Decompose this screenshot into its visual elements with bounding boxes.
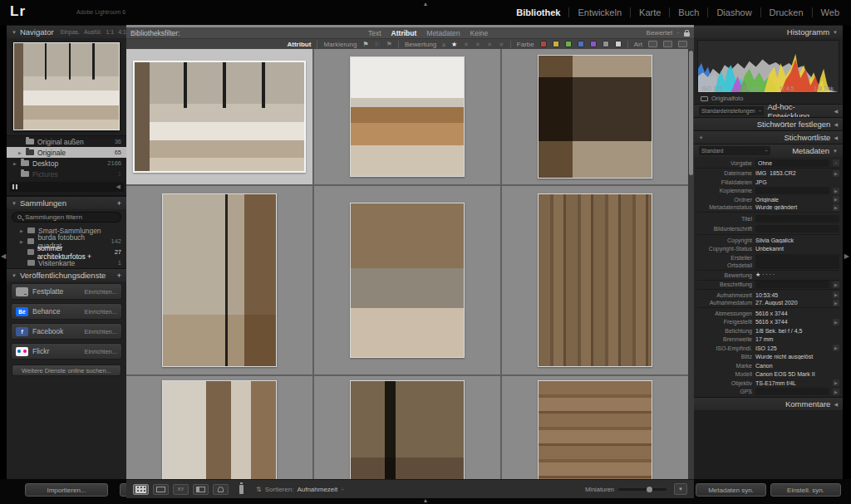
import-button[interactable]: Importieren...	[25, 483, 108, 497]
grid-cell[interactable]	[502, 186, 688, 374]
metadata-value[interactable]: Wurde geändert	[755, 204, 829, 210]
grid-cell-selected[interactable]	[126, 49, 312, 184]
scrollbar-thumb[interactable]	[689, 51, 693, 175]
comments-header[interactable]: Kommentare ◀	[694, 397, 843, 410]
service-setup-link[interactable]: Einrichten...	[84, 308, 117, 316]
action-arrow-icon[interactable]: ▶	[833, 291, 839, 298]
disclosure-triangle-icon[interactable]: ◀	[834, 401, 838, 407]
color-swatch-green[interactable]	[565, 41, 572, 47]
sync-metadata-button[interactable]: Metadaten syn.	[696, 483, 766, 497]
rating-star-1-icon[interactable]: ★	[451, 41, 457, 48]
rating-star-2-icon[interactable]: ★	[463, 41, 469, 48]
metadata-input[interactable]	[755, 254, 839, 262]
disclosure-triangle-icon[interactable]: ◀	[834, 121, 838, 127]
photo-thumbnail[interactable]	[162, 193, 278, 367]
action-arrow-icon[interactable]: ▶	[833, 188, 839, 194]
disclosure-triangle-icon[interactable]: ▶	[20, 228, 24, 233]
dropdown-icon[interactable]: ÷	[341, 487, 344, 492]
color-swatch-red[interactable]	[540, 41, 547, 47]
module-karte[interactable]: Karte	[630, 7, 669, 17]
action-arrow-icon[interactable]: ▶	[833, 170, 839, 177]
disclosure-triangle-icon[interactable]: ▶	[18, 150, 22, 155]
sort-value-dropdown[interactable]: Aufnahmezeit	[297, 486, 337, 493]
rating-gte-icon[interactable]: ≥	[442, 42, 445, 47]
service-setup-link[interactable]: Einrichten...	[84, 288, 117, 296]
kind-master-icon[interactable]	[648, 41, 657, 47]
disclosure-triangle-icon[interactable]: ▼	[12, 273, 17, 278]
module-buch[interactable]: Buch	[669, 7, 707, 17]
collection-row-visitenkarte[interactable]: Visitenkarte 1	[7, 257, 126, 268]
filter-preset-dropdown-icon[interactable]: ÷	[676, 30, 680, 36]
navigator-header[interactable]: ▼ Navigator Einpas. Ausfül. 1:1 4:1 ▼	[7, 25, 126, 38]
metadata-preset-select[interactable]: Ohne	[755, 159, 829, 167]
filter-lock-icon[interactable]	[684, 32, 690, 37]
publish-services-header[interactable]: ▼ Veröffentlichungsdienste +	[7, 268, 126, 281]
metadata-input[interactable]	[755, 388, 829, 395]
dropdown-icon[interactable]: ÷	[833, 159, 839, 166]
photo-thumbnail[interactable]	[162, 380, 278, 479]
add-keyword-icon[interactable]: +	[699, 134, 703, 142]
metadata-input[interactable]	[755, 187, 829, 194]
rating-star-5-icon[interactable]: ★	[499, 41, 504, 48]
module-entwickeln[interactable]: Entwickeln	[568, 7, 630, 17]
add-publish-service-icon[interactable]: +	[116, 271, 121, 280]
quick-develop-header[interactable]: Standardeinstellungen ÷ Ad-hoc-Entwicklu…	[694, 104, 843, 117]
toolbar-options-dropdown[interactable]: ▼	[674, 483, 687, 495]
metadata-value[interactable]: 10:53:45	[755, 292, 829, 298]
action-arrow-icon[interactable]: ▶	[833, 204, 839, 211]
grid-cell[interactable]	[314, 186, 500, 374]
loupe-view-button[interactable]	[153, 484, 169, 495]
keyword-list-header[interactable]: + Stichwortliste ◀	[694, 130, 843, 144]
filter-tab-keine[interactable]: Keine	[470, 29, 488, 37]
photo-thumbnail[interactable]	[538, 55, 653, 179]
disclosure-triangle-icon[interactable]: ▶	[20, 239, 24, 244]
disclosure-triangle-icon[interactable]: ▶	[13, 161, 17, 166]
service-setup-link[interactable]: Einrichten...	[84, 348, 117, 355]
metadata-input[interactable]	[755, 281, 829, 288]
thumbnail-size-slider[interactable]	[618, 488, 667, 491]
color-swatch-none[interactable]	[603, 41, 609, 47]
filter-tab-text[interactable]: Text	[368, 29, 381, 37]
disclosure-triangle-icon[interactable]: ▼	[833, 149, 838, 154]
service-setup-link[interactable]: Einrichten...	[84, 328, 117, 335]
filter-tab-attribut[interactable]: Attribut	[391, 29, 417, 37]
grid-cell[interactable]	[502, 376, 688, 479]
collection-row-sommer[interactable]: sommer architekturfotos + 27	[7, 247, 126, 257]
module-diashow[interactable]: Diashow	[707, 7, 760, 17]
folder-row-pictures[interactable]: Pictures 1	[7, 169, 126, 179]
collapse-left-panel-icon[interactable]: ◀	[1, 252, 6, 260]
color-swatch-purple[interactable]	[590, 41, 597, 47]
compare-view-button[interactable]: XY	[173, 484, 189, 495]
add-collection-icon[interactable]: +	[116, 198, 121, 208]
filter-preset-value[interactable]: Bewertet	[647, 29, 673, 37]
publish-service-flickr[interactable]: Flickr Einrichten...	[11, 343, 122, 360]
sort-direction-icon[interactable]: ⇅	[256, 486, 262, 493]
color-swatch-blue[interactable]	[578, 41, 584, 47]
publish-service-facebook[interactable]: f Facebook Einrichten...	[11, 323, 122, 340]
zoom-fill-option[interactable]: Ausfül.	[84, 29, 101, 35]
collapse-top-panel-icon[interactable]: ▲	[423, 1, 429, 7]
photo-thumbnail[interactable]	[350, 203, 465, 357]
flag-unflagged-icon[interactable]: ⚐	[375, 41, 381, 48]
photo-thumbnail[interactable]	[350, 56, 465, 177]
metadata-preset-dropdown[interactable]: Standard ÷	[699, 146, 770, 155]
grid-cell[interactable]	[314, 49, 500, 184]
metadata-header[interactable]: Standard ÷ Metadaten ▼	[694, 144, 843, 157]
folder-row-original-aussen[interactable]: Original außen 36	[7, 136, 126, 147]
show-filmstrip-icon[interactable]: ▲	[423, 497, 429, 503]
photo-thumbnail[interactable]	[538, 193, 653, 367]
grid-view-button[interactable]	[133, 484, 149, 495]
find-more-services-button[interactable]: Weitere Dienste online suchen...	[12, 365, 121, 376]
module-web[interactable]: Web	[812, 7, 848, 17]
action-arrow-icon[interactable]: ▶	[833, 319, 839, 325]
people-view-button[interactable]	[213, 484, 229, 495]
photo-thumbnail[interactable]	[350, 380, 465, 479]
module-drucken[interactable]: Drucken	[760, 7, 812, 17]
survey-view-button[interactable]	[193, 484, 209, 495]
histogram-header[interactable]: Histogramm ▼	[694, 25, 843, 38]
grid-cell[interactable]	[126, 186, 312, 374]
keywording-header[interactable]: Stichwörter festlegen ◀	[694, 117, 843, 130]
metadata-value[interactable]: Originale	[755, 197, 829, 203]
metadata-input[interactable]	[755, 225, 839, 232]
color-swatch-yellow[interactable]	[553, 41, 559, 47]
